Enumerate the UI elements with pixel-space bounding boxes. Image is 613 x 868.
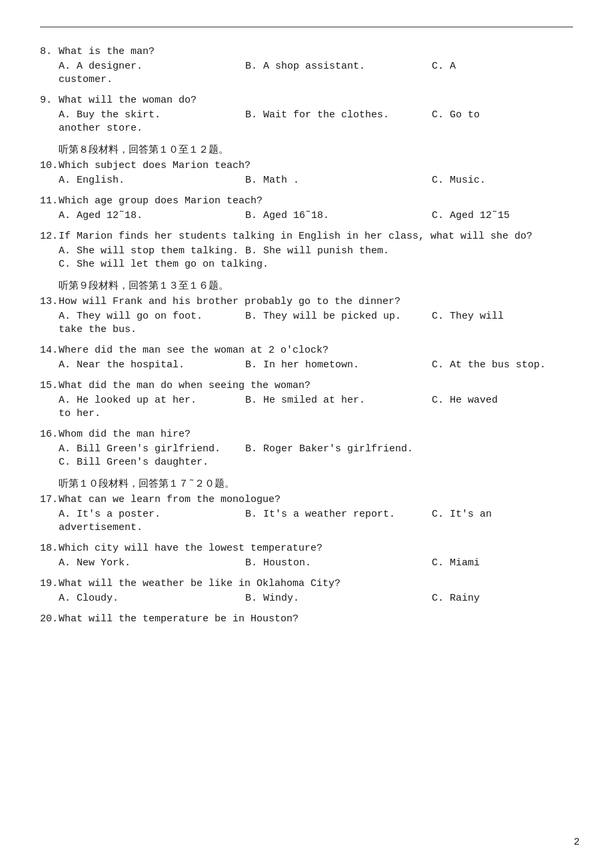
- question-block: 15.What did the man do when seeing the w…: [40, 380, 573, 419]
- option-C: C. It's an: [432, 509, 573, 520]
- continuation-text: another store.: [59, 123, 573, 134]
- options-line: A. Aged 12˜18.B. Aged 16˜18.C. Aged 12˜1…: [59, 210, 573, 221]
- option-C: C. She will let them go on talking.: [59, 259, 269, 270]
- question-text: Which subject does Marion teach?: [59, 160, 573, 171]
- option-A: A. He looked up at her.: [59, 395, 245, 406]
- question-text: Where did the man see the woman at 2 o'c…: [59, 345, 573, 356]
- option-C: C. Bill Green's daughter.: [59, 457, 245, 468]
- option-B: B. Roger Baker's girlfriend.: [245, 443, 432, 455]
- option-B: B. Wait for the clothes.: [245, 109, 432, 121]
- question-number: 10.: [40, 160, 59, 171]
- question-block: 13.How will Frank and his brother probab…: [40, 296, 573, 335]
- question-number: 9.: [40, 95, 59, 106]
- question-text: What will the weather be like in Oklahom…: [59, 578, 573, 589]
- question-number: 16.: [40, 429, 59, 440]
- question-text: If Marion finds her students talking in …: [59, 231, 573, 242]
- continuation-text: customer.: [59, 74, 573, 85]
- question-number: 17.: [40, 494, 59, 505]
- question-text: What can we learn from the monologue?: [59, 494, 573, 505]
- question-block: 18.Which city will have the lowest tempe…: [40, 543, 573, 569]
- options-row: A. She will stop them talking.B. She wil…: [59, 245, 573, 257]
- option-B: B. Windy.: [245, 593, 432, 604]
- option-B: B. They will be picked up.: [245, 311, 432, 322]
- question-block: 14.Where did the man see the woman at 2 …: [40, 345, 573, 371]
- page-number: 2: [574, 837, 580, 848]
- option-C: C. Miami: [432, 557, 573, 569]
- question-line: 8.What is the man?: [40, 46, 573, 57]
- question-block: 17.What can we learn from the monologue?…: [40, 494, 573, 533]
- option-B: B. Houston.: [245, 557, 432, 569]
- option-B: B. It's a weather report.: [245, 509, 432, 520]
- question-block: 20.What will the temperature be in Houst…: [40, 613, 573, 625]
- options-row2: C. She will let them go on talking.: [59, 259, 573, 270]
- options-line: A. Near the hospital.B. In her hometown.…: [59, 359, 573, 371]
- option-B: B. A shop assistant.: [245, 61, 432, 72]
- questions-container: 8.What is the man?A. A designer.B. A sho…: [40, 46, 573, 625]
- question-line: 15.What did the man do when seeing the w…: [40, 380, 573, 391]
- question-line: 13.How will Frank and his brother probab…: [40, 296, 573, 307]
- option-B: B. In her hometown.: [245, 359, 432, 371]
- question-number: 18.: [40, 543, 59, 554]
- option-B: B. He smiled at her.: [245, 395, 432, 406]
- top-divider: [40, 27, 573, 27]
- options-line: A. Cloudy.B. Windy.C. Rainy: [59, 593, 573, 604]
- options-row2: C. Bill Green's daughter.: [59, 457, 573, 468]
- option-A: A. Near the hospital.: [59, 359, 245, 371]
- option-A: A. They will go on foot.: [59, 311, 245, 322]
- question-block: 16.Whom did the man hire?A. Bill Green's…: [40, 429, 573, 468]
- question-line: 9.What will the woman do?: [40, 95, 573, 106]
- question-text: What is the man?: [59, 46, 573, 57]
- option-C: C. Rainy: [432, 593, 573, 604]
- options-line: A. New York.B. Houston.C. Miami: [59, 557, 573, 569]
- section-note: 听第１０段材料，回答第１７˜２０题。: [59, 477, 573, 490]
- question-text: Which age group does Marion teach?: [59, 195, 573, 207]
- option-C: C. Aged 12˜15: [432, 210, 573, 221]
- question-block: 12.If Marion finds her students talking …: [40, 231, 573, 270]
- question-line: 19.What will the weather be like in Okla…: [40, 578, 573, 589]
- continuation-text: advertisement.: [59, 522, 573, 533]
- option-C: C. A: [432, 61, 573, 72]
- options-line: A. A designer.B. A shop assistant.C. A: [59, 61, 573, 72]
- option-B: B. Aged 16˜18.: [245, 210, 432, 221]
- option-A: A. It's a poster.: [59, 509, 245, 520]
- options-line: A. It's a poster.B. It's a weather repor…: [59, 509, 573, 520]
- options-row: A. Bill Green's girlfriend.B. Roger Bake…: [59, 443, 573, 455]
- option-A: A. Bill Green's girlfriend.: [59, 443, 245, 455]
- question-text: What did the man do when seeing the woma…: [59, 380, 573, 391]
- question-number: 8.: [40, 46, 59, 57]
- question-block: 11.Which age group does Marion teach?A. …: [40, 195, 573, 221]
- question-text: What will the temperature be in Houston?: [59, 613, 573, 625]
- question-line: 11.Which age group does Marion teach?: [40, 195, 573, 207]
- question-number: 13.: [40, 296, 59, 307]
- question-text: How will Frank and his brother probably …: [59, 296, 573, 307]
- option-A: A. Buy the skirt.: [59, 109, 245, 121]
- continuation-text: take the bus.: [59, 324, 573, 335]
- question-line: 14.Where did the man see the woman at 2 …: [40, 345, 573, 356]
- question-block: 10.Which subject does Marion teach?A. En…: [40, 160, 573, 186]
- question-block: 9.What will the woman do?A. Buy the skir…: [40, 95, 573, 134]
- question-block: 8.What is the man?A. A designer.B. A sho…: [40, 46, 573, 85]
- question-number: 15.: [40, 380, 59, 391]
- question-line: 20.What will the temperature be in Houst…: [40, 613, 573, 625]
- option-B: B. She will punish them.: [245, 245, 432, 257]
- option-A: A. Cloudy.: [59, 593, 245, 604]
- question-line: 18.Which city will have the lowest tempe…: [40, 543, 573, 554]
- options-line: A. They will go on foot.B. They will be …: [59, 311, 573, 322]
- section-note: 听第８段材料，回答第１０至１２题。: [59, 143, 573, 156]
- option-A: A. English.: [59, 175, 245, 186]
- option-C: C. They will: [432, 311, 573, 322]
- option-C: C. He waved: [432, 395, 573, 406]
- question-number: 20.: [40, 613, 59, 625]
- option-A: A. New York.: [59, 557, 245, 569]
- question-text: What will the woman do?: [59, 95, 573, 106]
- question-text: Whom did the man hire?: [59, 429, 573, 440]
- question-number: 11.: [40, 195, 59, 207]
- question-number: 12.: [40, 231, 59, 242]
- option-A: A. She will stop them talking.: [59, 245, 245, 257]
- option-C: C. Go to: [432, 109, 573, 121]
- option-C: C. At the bus stop.: [432, 359, 573, 371]
- question-number: 19.: [40, 578, 59, 589]
- question-line: 17.What can we learn from the monologue?: [40, 494, 573, 505]
- question-line: 16.Whom did the man hire?: [40, 429, 573, 440]
- question-text: Which city will have the lowest temperat…: [59, 543, 573, 554]
